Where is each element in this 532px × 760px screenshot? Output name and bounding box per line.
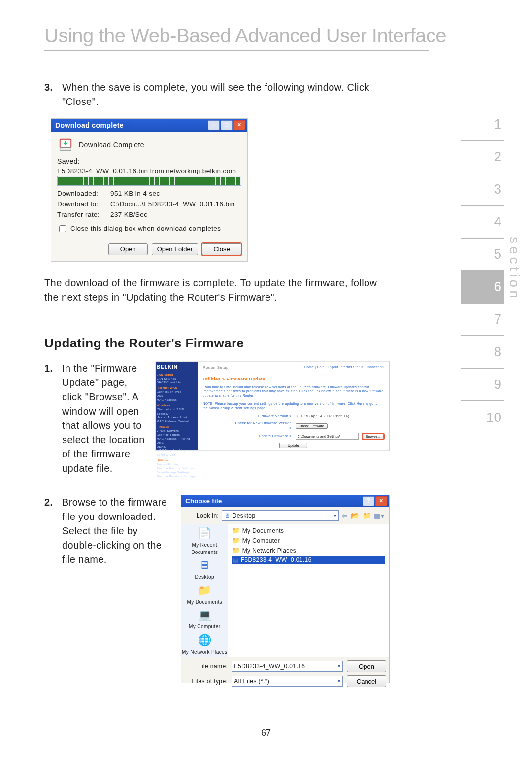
sidebar-item[interactable]: Channel and SSID: [157, 407, 197, 411]
section-nav-item[interactable]: 8: [461, 336, 504, 369]
download-complete-heading: Download Complete: [79, 140, 144, 150]
firmware-blurb-1: From time to time, Belkin may release ne…: [203, 385, 384, 398]
sidebar-item[interactable]: DNS: [157, 394, 197, 398]
filetype-label: Files of type:: [186, 677, 228, 686]
help-icon[interactable]: ?: [363, 496, 374, 506]
fw-check-label: Check for New Firmware Version >: [233, 421, 292, 431]
section-word: section: [506, 237, 522, 301]
place-item[interactable]: 💻My Computer: [189, 608, 220, 631]
window-buttons: – □ ×: [208, 120, 245, 130]
step-number: 3.: [44, 80, 62, 109]
place-item[interactable]: 📁My Documents: [187, 583, 222, 606]
sidebar-item[interactable]: MAC Address: [157, 398, 197, 402]
filename-value: F5D8233-4_WW_0.01.16: [234, 662, 305, 671]
section-nav-item[interactable]: 2: [461, 141, 504, 173]
lookin-value: Desktop: [233, 512, 256, 520]
cancel-button[interactable]: Cancel: [347, 675, 386, 687]
sidebar-item[interactable]: DHCP Client List: [157, 380, 197, 384]
check-firmware-button[interactable]: Check Firmware: [296, 423, 328, 429]
sidebar-item[interactable]: Security: [157, 412, 197, 415]
saved-label: Saved:: [57, 156, 241, 166]
close-when-done-input[interactable]: [59, 225, 66, 232]
folder-row[interactable]: 📁My Network Places: [232, 546, 385, 555]
views-icon[interactable]: ▦▾: [374, 511, 384, 520]
places-bar: 📄My Recent Documents🖥Desktop📁My Document…: [181, 524, 228, 657]
fw-version-label: Firmware Version >: [233, 414, 292, 419]
step-text: Browse to the firmware file you download…: [62, 495, 171, 567]
section-nav-item[interactable]: 6: [461, 271, 504, 304]
choose-toolbar: Look in: 🖥 Desktop ▾ ⇦ 📂 📁 ▦▾: [181, 507, 389, 524]
place-item[interactable]: 🌐My Network Places: [182, 633, 227, 656]
file-list[interactable]: 📁My Documents📁My Computer📁My Network Pla…: [228, 524, 389, 657]
place-item[interactable]: 📄My Recent Documents: [181, 526, 228, 556]
dialog-title: Download complete: [55, 120, 124, 130]
fw-step2-row: 2. Browse to the firmware file you downl…: [44, 495, 389, 683]
folder-icon: 📁: [232, 546, 240, 555]
filename-combo[interactable]: F5D8233-4_WW_0.01.16 ▾: [232, 661, 343, 672]
open-folder-button[interactable]: Open Folder: [152, 243, 198, 255]
sidebar-category: LAN Setup: [157, 373, 197, 377]
sidebar-item[interactable]: Connection Type: [157, 390, 197, 394]
sidebar-item[interactable]: MAC Address Control: [157, 419, 197, 423]
download-to-label: Download to:: [57, 199, 110, 209]
close-when-done-checkbox[interactable]: Close this dialog box when download comp…: [57, 224, 241, 234]
post-dialog-text: The download of the firmware is complete…: [44, 276, 389, 305]
sidebar-item[interactable]: Client IP Filters: [157, 433, 197, 437]
sidebar-item[interactable]: Save/Backup Settings: [157, 470, 197, 474]
heading-updating-firmware: Updating the Router's Firmware: [44, 334, 389, 353]
firmware-update-screenshot: BELKIN LAN SetupLAN SettingsDHCP Client …: [155, 361, 389, 451]
update-button[interactable]: Update: [279, 443, 307, 448]
sidebar-item[interactable]: Restore Factory Defaults: [157, 466, 197, 470]
place-label: My Recent Documents: [181, 542, 228, 556]
close-button[interactable]: Close: [202, 243, 241, 255]
router-header-links[interactable]: Home | Help | Logout Internet Status: Co…: [304, 365, 384, 371]
up-icon[interactable]: 📂: [351, 511, 359, 520]
sidebar-item[interactable]: Restart Router: [157, 462, 197, 466]
sidebar-item[interactable]: Use as Access Point: [157, 415, 197, 419]
back-icon[interactable]: ⇦: [342, 511, 348, 520]
sidebar-item[interactable]: LAN Settings: [157, 377, 197, 380]
section-nav-item[interactable]: 10: [461, 401, 504, 434]
svg-rect-1: [60, 148, 71, 151]
minimize-icon[interactable]: –: [208, 120, 220, 130]
open-button[interactable]: Open: [347, 660, 386, 672]
desktop-icon: 🖥: [224, 512, 230, 520]
section-nav-item[interactable]: 5: [461, 239, 504, 271]
sidebar-item[interactable]: MAC Address Filtering: [157, 437, 197, 441]
step-3: 3. When the save is complete, you will s…: [44, 80, 389, 109]
sidebar-item[interactable]: DMZ: [157, 441, 197, 445]
folder-row[interactable]: 📁My Computer: [232, 536, 385, 546]
open-button[interactable]: Open: [108, 243, 148, 255]
section-nav-item[interactable]: 4: [461, 206, 504, 239]
sidebar-category: Utilities: [157, 458, 197, 462]
new-folder-icon[interactable]: 📁: [363, 511, 371, 520]
fw-file-input[interactable]: [296, 433, 359, 440]
maximize-icon[interactable]: □: [221, 120, 233, 130]
place-label: My Documents: [187, 599, 222, 606]
place-item[interactable]: 🖥Desktop: [195, 558, 214, 581]
filetype-combo[interactable]: All Files (*.*) ▾: [232, 676, 343, 687]
browse-button[interactable]: Browse...: [363, 434, 384, 439]
file-name: My Computer: [242, 537, 280, 545]
section-nav-item[interactable]: 7: [461, 304, 504, 336]
file-name: F5D8233-4_WW_0.01.16: [241, 556, 312, 564]
folder-row[interactable]: 📁My Documents: [232, 526, 385, 536]
sidebar-item[interactable]: Virtual Servers: [157, 429, 197, 433]
section-nav-item[interactable]: 3: [461, 173, 504, 206]
sidebar-item[interactable]: Restore Previous Settings: [157, 474, 197, 478]
sidebar-item[interactable]: Security Log: [157, 453, 197, 457]
close-icon[interactable]: ×: [375, 496, 387, 506]
close-icon[interactable]: ×: [233, 120, 245, 130]
document-page: Using the Web-Based Advanced User Interf…: [0, 0, 532, 760]
sidebar-item[interactable]: DDNS: [157, 445, 197, 449]
brand-logo: BELKIN: [157, 364, 197, 371]
step-text: When the save is complete, you will see …: [62, 80, 389, 109]
place-icon: 📄: [196, 526, 213, 541]
sidebar-item[interactable]: WAN Ping Blocking: [157, 449, 197, 452]
file-row[interactable]: ▤F5D8233-4_WW_0.01.16: [232, 556, 385, 564]
place-icon: 🖥: [196, 558, 213, 573]
lookin-combo[interactable]: 🖥 Desktop ▾: [222, 510, 339, 521]
section-nav-item[interactable]: 1: [461, 108, 504, 141]
step-number: 2.: [44, 495, 62, 567]
section-nav-item[interactable]: 9: [461, 369, 504, 401]
